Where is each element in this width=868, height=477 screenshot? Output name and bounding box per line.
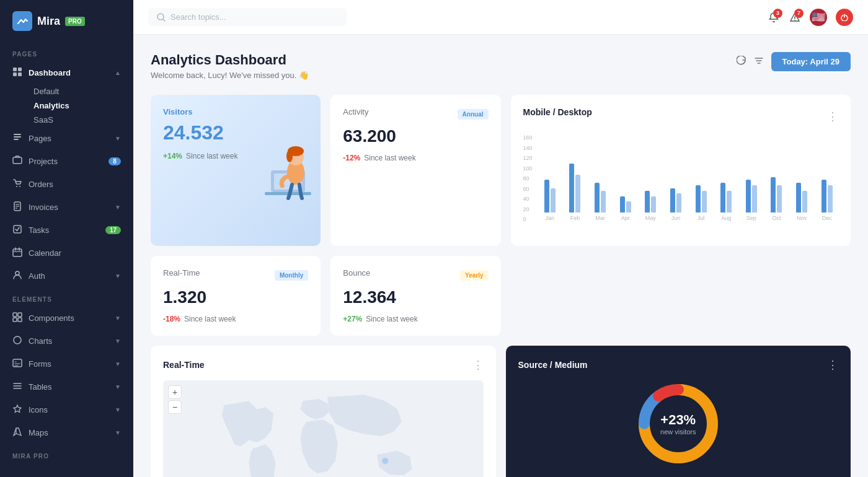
mobile-desktop-card: Mobile / Desktop ⋮ 160 140 120 100 80 60… — [511, 95, 851, 246]
invoices-label: Invoices — [29, 203, 58, 212]
svg-rect-1 — [18, 68, 22, 71]
realtime-change-label: Since last week — [184, 315, 236, 323]
sidebar-item-projects[interactable]: Projects 8 — [0, 150, 133, 173]
sidebar: Mira PRO PAGES Dashboard ▲ Default Analy… — [0, 0, 133, 477]
sidebar-item-orders[interactable]: Orders — [0, 173, 133, 196]
language-selector[interactable]: 🇺🇸 — [810, 9, 827, 26]
bar-mobile-nov — [796, 183, 801, 212]
bar-desktop-jun — [676, 193, 681, 212]
search-box[interactable]: Search topics... — [148, 8, 347, 26]
svg-rect-21 — [18, 313, 22, 317]
sidebar-item-invoices[interactable]: Invoices ▼ — [0, 196, 133, 219]
pages-chevron: ▼ — [115, 135, 121, 142]
sidebar-sub-analytics[interactable]: Analytics — [0, 98, 133, 113]
bounce-footer: +27% Since last week — [343, 315, 488, 323]
map-menu[interactable]: ⋮ — [472, 358, 484, 372]
notifications-count: 3 — [773, 9, 782, 18]
bar-desktop-jan — [551, 188, 556, 212]
sidebar-item-tasks[interactable]: Tasks 17 — [0, 219, 133, 242]
components-chevron: ▼ — [115, 315, 121, 322]
notifications-button[interactable]: 3 — [768, 11, 780, 24]
filter-icon[interactable] — [754, 56, 764, 68]
bottom-row: Real-Time ⋮ — [151, 346, 851, 477]
bar-desktop-oct — [777, 185, 782, 212]
pages-label: PAGES — [0, 42, 133, 61]
bounce-value: 12.364 — [343, 287, 488, 307]
chart-y-axis: 160 140 120 100 80 60 40 20 0 — [523, 134, 533, 234]
svg-rect-22 — [13, 318, 17, 322]
mobile-desktop-menu[interactable]: ⋮ — [827, 110, 838, 123]
bar-label-jul: Jul — [698, 215, 705, 221]
stats-row-1: Visitors 24.532 +14% Since last week — [151, 95, 851, 246]
sidebar-item-pages[interactable]: Pages ▼ — [0, 127, 133, 150]
today-button[interactable]: Today: April 29 — [771, 52, 851, 71]
stats-row2-filler — [511, 256, 851, 336]
bar-mobile-oct — [771, 177, 776, 212]
svg-marker-29 — [14, 428, 21, 435]
world-map-svg — [163, 380, 484, 477]
bar-mobile-jun — [670, 188, 675, 212]
mobile-desktop-header: Mobile / Desktop ⋮ — [523, 107, 839, 126]
bar-label-nov: Nov — [797, 215, 807, 221]
bar-desktop-sep — [752, 185, 757, 212]
bar-desktop-aug — [727, 191, 732, 212]
bar-mobile-jul — [696, 185, 701, 212]
sidebar-sub-default[interactable]: Default — [0, 84, 133, 98]
alerts-button[interactable]: 7 — [789, 11, 801, 24]
svg-rect-5 — [14, 136, 21, 138]
sidebar-item-dashboard[interactable]: Dashboard ▲ — [0, 61, 133, 84]
visitors-change: +14% — [163, 152, 182, 160]
sidebar-logo: Mira PRO — [0, 0, 133, 42]
charts-icon — [12, 335, 22, 347]
bar-desktop-dec — [828, 185, 833, 212]
sidebar-item-forms[interactable]: Forms ▼ — [0, 352, 133, 375]
dashboard-label: Dashboard — [29, 68, 71, 77]
sidebar-item-tables[interactable]: Tables ▼ — [0, 375, 133, 398]
svg-point-8 — [16, 186, 17, 187]
source-medium-card: Source / Medium ⋮ +23% — [506, 346, 851, 477]
sidebar-item-calendar[interactable]: Calendar — [0, 242, 133, 265]
power-button[interactable] — [836, 9, 853, 26]
components-icon — [12, 312, 22, 324]
activity-value: 63.200 — [343, 126, 488, 146]
pro-badge: PRO — [65, 17, 85, 26]
page-title: Analytics Dashboard — [151, 52, 309, 68]
bar-label-apr: Apr — [621, 215, 630, 221]
realtime-label: Real-Time — [163, 268, 200, 278]
refresh-icon[interactable] — [737, 56, 746, 68]
svg-point-45 — [286, 150, 293, 162]
map-zoom-in[interactable]: + — [168, 385, 182, 399]
bounce-card: Bounce Yearly 12.364 +27% Since last wee… — [330, 256, 500, 336]
svg-rect-0 — [13, 68, 17, 71]
search-placeholder: Search topics... — [170, 12, 226, 22]
activity-change: -12% — [343, 154, 360, 162]
maps-label: Maps — [29, 428, 48, 437]
maps-chevron: ▼ — [115, 429, 121, 436]
sidebar-item-icons[interactable]: Icons ▼ — [0, 398, 133, 421]
svg-rect-7 — [13, 157, 22, 164]
visitors-card: Visitors 24.532 +14% Since last week — [151, 95, 321, 246]
sidebar-item-auth[interactable]: Auth ▼ — [0, 265, 133, 287]
map-card-header: Real-Time ⋮ — [163, 358, 484, 372]
sidebar-item-components[interactable]: Components ▼ — [0, 307, 133, 330]
forms-icon — [12, 358, 22, 370]
source-medium-menu[interactable]: ⋮ — [827, 358, 838, 372]
bar-desktop-mar — [601, 191, 606, 212]
bar-column-feb: Feb — [564, 164, 587, 221]
sidebar-sub-saas[interactable]: SaaS — [0, 113, 133, 127]
bar-mobile-feb — [569, 164, 574, 212]
donut-subtext: new visitors — [660, 428, 696, 435]
svg-rect-3 — [18, 72, 22, 76]
svg-rect-6 — [14, 139, 19, 140]
tasks-label: Tasks — [29, 225, 49, 235]
dashboard-chevron: ▲ — [115, 69, 121, 76]
sidebar-item-charts[interactable]: Charts ▼ — [0, 330, 133, 352]
bar-mobile-mar — [595, 183, 600, 212]
charts-label: Charts — [29, 336, 52, 346]
bar-label-oct: Oct — [772, 215, 781, 221]
map-zoom-out[interactable]: − — [168, 400, 182, 414]
bar-mobile-jan — [544, 180, 549, 212]
tables-chevron: ▼ — [115, 383, 121, 390]
sidebar-item-maps[interactable]: Maps ▼ — [0, 421, 133, 444]
tasks-badge: 17 — [105, 226, 121, 234]
